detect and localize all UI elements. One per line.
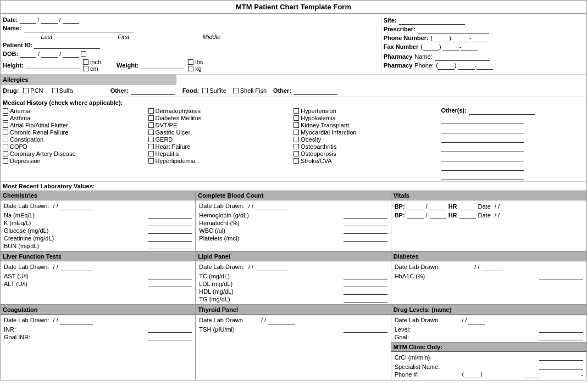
ldl-val[interactable] [344,280,387,287]
depression-checkbox[interactable] [3,158,8,164]
hf-checkbox[interactable] [148,144,154,149]
creatinine-val[interactable] [148,234,192,242]
others-line5[interactable] [441,144,524,152]
fax-area[interactable] [423,43,439,51]
tsh-val[interactable] [344,326,387,333]
phone-suffix[interactable] [472,35,488,42]
hepatitis-checkbox[interactable] [148,151,154,156]
liver-body: Date Lab Drawn: / / AST (U/l) ALT (U/l) [1,261,195,289]
dermatophytosis-checkbox[interactable] [148,108,154,114]
liver-date-input[interactable] [60,264,93,271]
patient-id-input[interactable] [34,41,100,49]
sulfite-checkbox[interactable] [202,88,208,93]
constipation-checkbox[interactable] [3,137,8,142]
dvt-checkbox[interactable] [148,122,154,128]
pharm-phone-prefix[interactable] [458,62,475,70]
lipid-date-input[interactable] [255,264,288,271]
crf-checkbox[interactable] [3,130,8,135]
goal-inr-val[interactable] [148,333,192,340]
anemia-checkbox[interactable] [3,108,8,114]
prescriber-input[interactable] [418,26,489,33]
asthma-checkbox[interactable] [3,115,8,121]
tg-val[interactable] [344,295,387,303]
crcl-val[interactable] [539,354,583,361]
other2-allergy-input[interactable] [294,87,337,95]
drug-date-input[interactable] [468,317,485,324]
copd-checkbox[interactable] [3,144,8,149]
hba1c-val[interactable] [539,272,583,279]
hyperlipidemia-checkbox[interactable] [148,158,154,164]
hdl-val[interactable] [344,288,387,295]
name-input[interactable] [24,25,134,32]
k-val[interactable] [148,219,192,226]
others-line4[interactable] [441,135,524,143]
chem-date-input[interactable] [60,203,93,210]
site-input[interactable] [399,17,465,25]
others-line2[interactable] [441,116,524,124]
gastric-checkbox[interactable] [148,130,154,135]
thyroid-date-input[interactable] [268,317,295,324]
osteoarthritis-checkbox[interactable] [294,144,299,149]
others-line8[interactable] [441,172,524,180]
ast-val[interactable] [148,272,192,279]
pharm-phone-suffix[interactable] [477,62,493,70]
gerd-checkbox[interactable] [148,137,154,142]
hct-val[interactable] [344,219,387,226]
cad-checkbox[interactable] [3,151,8,156]
bun-val[interactable] [148,242,192,249]
list-item: DVT/PE [148,122,294,128]
goal-val[interactable] [539,333,583,340]
level-val[interactable] [539,326,583,333]
fax-suffix[interactable] [461,43,478,51]
hgb-val[interactable] [344,211,387,219]
kidney-checkbox[interactable] [294,122,299,128]
pharm-phone-area[interactable] [438,62,455,70]
obesity-checkbox[interactable] [294,137,299,142]
other-allergy-input[interactable] [131,87,175,95]
osteoporosis-checkbox[interactable] [294,151,299,156]
inr-val[interactable] [148,326,192,333]
coag-date-input[interactable] [60,317,93,324]
phone-prefix[interactable] [453,35,469,42]
lbs-checkbox[interactable] [188,59,193,65]
weight-input[interactable] [140,61,184,69]
phone-area[interactable] [433,35,449,42]
inch-checkbox[interactable] [83,59,88,65]
bp2-dia[interactable] [430,211,446,219]
diabetes-checkbox[interactable] [148,115,154,121]
pcn-checkbox[interactable] [23,88,29,93]
bp2-sys[interactable] [407,211,424,219]
sulfa-checkbox[interactable] [52,88,58,93]
others-line3[interactable] [441,126,524,133]
hypertension-checkbox[interactable] [294,108,299,114]
kg-checkbox[interactable] [188,66,193,71]
tc-val[interactable] [344,272,387,279]
glucose-val[interactable] [148,227,192,234]
plt-val[interactable] [344,234,387,242]
height-input[interactable] [25,61,80,69]
specialist-val[interactable] [539,363,583,370]
others-input[interactable] [469,107,535,115]
mtm-phone-area[interactable] [464,371,480,378]
hr2-val[interactable] [459,211,476,219]
na-val[interactable] [148,211,192,219]
mi-checkbox[interactable] [294,130,299,135]
hr1-val[interactable] [459,203,476,210]
cm-checkbox[interactable] [83,66,88,71]
hypokalemia-checkbox[interactable] [294,115,299,121]
others-line6[interactable] [441,154,524,161]
bp1-sys[interactable] [407,203,424,210]
wbc-val[interactable] [344,227,387,234]
stroke-checkbox[interactable] [294,158,299,164]
others-line7[interactable] [441,163,524,171]
alt-val[interactable] [148,280,192,287]
shellfish-checkbox[interactable] [233,88,239,93]
pharmacy-name-input[interactable] [435,53,490,61]
bp1-dia[interactable] [430,203,446,210]
fax-prefix[interactable] [443,43,459,51]
mtm-phone-num[interactable] [524,371,540,378]
checkbox-dob[interactable] [81,51,86,57]
afib-checkbox[interactable] [3,122,8,128]
cbc-date-input[interactable] [255,203,288,210]
diabetes-date-input[interactable] [481,264,503,271]
